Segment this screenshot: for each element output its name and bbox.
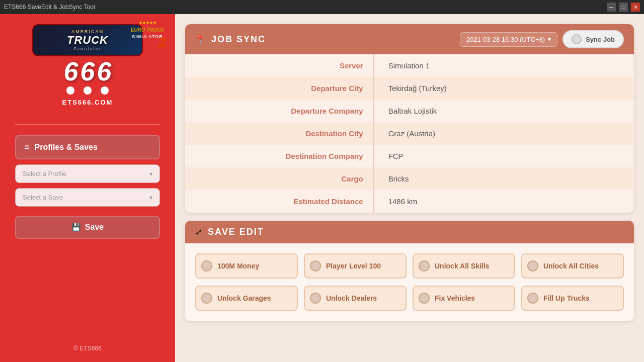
select-save-dropdown[interactable]: Select a Save ▾ [15, 188, 160, 207]
digit-6-1: 6 [64, 58, 78, 84]
toggle-button-100m-money[interactable]: 100M Money [195, 253, 298, 279]
toggle-button-fix-vehicles[interactable]: Fix Vehicles [413, 286, 515, 311]
svg-text:★★★★★: ★★★★★ [139, 21, 156, 25]
toggle-button-player-level-100[interactable]: Player Level 100 [304, 253, 407, 279]
toggle-circle [310, 293, 321, 304]
job-table-row: Server Simulation 1 [185, 54, 634, 77]
job-table-row: Estimated Distance 1486 km [185, 190, 634, 213]
toggle-circle [527, 260, 538, 272]
job-sync-panel: 📍 JOB SYNC 2021-03-28 16:30 (UTC+8) ▾ Sy… [185, 24, 634, 213]
panel-header-right: 2021-03-28 16:30 (UTC+8) ▾ Sync Job [460, 30, 624, 48]
titlebar: ETS666 SaveEdit & JobSync Tool ─ □ ✕ [0, 0, 644, 14]
save-button[interactable]: 💾 Save [15, 216, 160, 239]
datetime-label: 2021-03-28 16:30 (UTC+8) [466, 36, 545, 43]
toggle-label: Fill Up Trucks [543, 294, 590, 302]
digit-6-2: 6 [80, 58, 95, 84]
job-table-row: Departure City Tekirdağ (Turkey) [185, 77, 634, 100]
job-sync-title: JOB SYNC [211, 34, 266, 45]
job-value: Bricks [374, 167, 634, 190]
toggle-circle [201, 293, 212, 304]
sidebar: ★★★★★ EURO TRUCK SIMULATOR 2 AMERICAN TR… [0, 14, 175, 362]
toggle-label: Unlock All Cities [543, 262, 599, 270]
app-wrapper: ★★★★★ EURO TRUCK SIMULATOR 2 AMERICAN TR… [0, 14, 644, 362]
job-label: Departure City [185, 77, 374, 100]
toggle-label: Player Level 100 [326, 262, 381, 270]
job-table: Server Simulation 1 Departure City Tekir… [185, 54, 634, 213]
save-edit-body: 100M Money Player Level 100 Unlock All S… [185, 243, 634, 321]
ets2-logo: ★★★★★ EURO TRUCK SIMULATOR 2 [125, 19, 170, 49]
close-button[interactable]: ✕ [631, 3, 640, 12]
logo-666-digits: 6 6 6 [64, 58, 112, 84]
ats-sim-text: Simulator [39, 46, 136, 51]
toggle-label: 100M Money [217, 262, 259, 270]
job-label: Server [185, 54, 374, 77]
titlebar-title: ETS666 SaveEdit & JobSync Tool [4, 4, 95, 11]
toggle-label: Fix Vehicles [435, 294, 475, 302]
logo-dot-1 [66, 86, 74, 95]
sidebar-section: ≡ Profiles & Saves Select a Profile ▾ Se… [15, 135, 160, 339]
toggle-button-unlock-garages[interactable]: Unlock Garages [195, 286, 298, 311]
sync-job-label: Sync Job [586, 36, 615, 43]
datetime-button[interactable]: 2021-03-28 16:30 (UTC+8) ▾ [460, 32, 557, 47]
job-table-row: Destination Company FCP [185, 145, 634, 167]
job-label: Destination Company [185, 145, 374, 167]
job-label: Destination City [185, 122, 374, 145]
job-table-row: Destination City Graz (Austria) [185, 122, 634, 145]
chevron-down-icon-2: ▾ [149, 194, 152, 201]
logo-666: 6 6 6 [64, 58, 112, 95]
profiles-saves-button[interactable]: ≡ Profiles & Saves [15, 135, 160, 159]
toggle-label: Unlock Garages [217, 294, 271, 302]
share-icon: ⤢ [195, 227, 202, 237]
logo-dot-3 [101, 86, 109, 95]
svg-text:2: 2 [158, 34, 167, 49]
minimize-button[interactable]: ─ [607, 3, 616, 12]
sync-toggle-circle [572, 34, 582, 44]
save-edit-header: ⤢ SAVE EDIT [185, 221, 634, 243]
job-value: FCP [374, 145, 634, 167]
profiles-saves-label: Profiles & Saves [35, 143, 98, 152]
toggle-button-unlock-all-skills[interactable]: Unlock All Skills [413, 253, 515, 279]
job-label: Cargo [185, 167, 374, 190]
logo-dot-2 [84, 86, 92, 95]
job-value: Simulation 1 [374, 54, 634, 77]
toggle-button-unlock-dealers[interactable]: Unlock Dealers [304, 286, 407, 311]
main-content: 📍 JOB SYNC 2021-03-28 16:30 (UTC+8) ▾ Sy… [175, 14, 644, 362]
toggle-circle [310, 260, 321, 272]
toggle-circle [419, 293, 430, 304]
logo-dots [66, 86, 109, 95]
save-icon: 💾 [71, 223, 81, 232]
toggle-label: Unlock Dealers [326, 294, 377, 302]
svg-text:EURO TRUCK: EURO TRUCK [131, 27, 165, 33]
datetime-chevron-icon: ▾ [548, 36, 551, 43]
job-table-row: Departure Company Baltrak Lojistik [185, 100, 634, 122]
ats-main-text: TRUCK [39, 34, 136, 46]
toggle-label: Unlock All Skills [435, 262, 489, 270]
save-button-label: Save [85, 223, 104, 232]
select-profile-label: Select a Profile [23, 170, 66, 177]
sidebar-copyright: © ETS666 [73, 345, 102, 352]
select-save-label: Select a Save [23, 194, 63, 201]
job-label: Departure Company [185, 100, 374, 122]
toggle-circle [419, 260, 430, 272]
toggle-button-unlock-all-cities[interactable]: Unlock All Cities [521, 253, 624, 279]
job-value: 1486 km [374, 190, 634, 213]
sync-job-button[interactable]: Sync Job [562, 30, 624, 48]
titlebar-controls: ─ □ ✕ [607, 3, 640, 12]
job-value: Tekirdağ (Turkey) [374, 77, 634, 100]
sidebar-divider [15, 124, 160, 125]
job-value: Graz (Austria) [374, 122, 634, 145]
toggle-row: Unlock Garages Unlock Dealers Fix Vehicl… [195, 286, 624, 311]
layers-icon: ≡ [24, 142, 30, 152]
chevron-down-icon: ▾ [149, 170, 152, 177]
save-edit-panel: ⤢ SAVE EDIT 100M Money Player Level 100 … [185, 221, 634, 321]
job-label: Estimated Distance [185, 190, 374, 213]
digit-6-3: 6 [97, 58, 111, 84]
toggle-row: 100M Money Player Level 100 Unlock All S… [195, 253, 624, 279]
job-value: Baltrak Lojistik [374, 100, 634, 122]
maximize-button[interactable]: □ [619, 3, 628, 12]
save-edit-title: SAVE EDIT [208, 227, 264, 237]
toggle-circle [201, 260, 212, 272]
select-profile-dropdown[interactable]: Select a Profile ▾ [15, 164, 160, 183]
toggle-button-fill-up-trucks[interactable]: Fill Up Trucks [521, 286, 624, 311]
toggle-circle [527, 293, 538, 304]
